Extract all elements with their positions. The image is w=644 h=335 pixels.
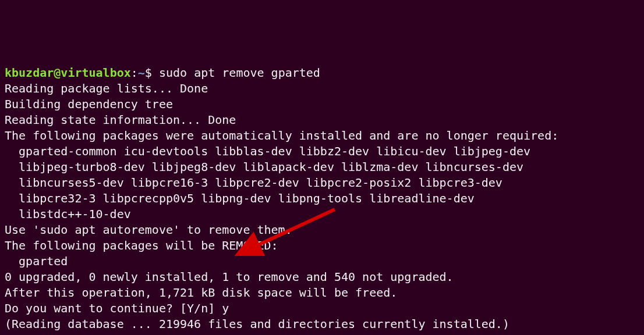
terminal-output[interactable]: kbuzdar@virtualbox:~$ sudo apt remove gp… — [5, 65, 639, 335]
output-line: Use 'sudo apt autoremove' to remove them… — [5, 223, 292, 237]
output-line: libjpeg-turbo8-dev libjpeg8-dev liblapac… — [5, 160, 523, 174]
output-line: Reading package lists... Done — [5, 81, 208, 95]
output-line: gparted — [5, 254, 68, 268]
output-line: (Reading database ... 219946 files and d… — [5, 317, 509, 331]
prompt-at: @ — [54, 66, 61, 80]
prompt-colon: : — [131, 66, 138, 80]
output-line: Removing gparted (1.0.0-0.1build1) ... — [5, 333, 271, 335]
output-line: The following packages were automaticall… — [5, 129, 558, 142]
output-line: libpcre32-3 libpcrecpp0v5 libpng-dev lib… — [5, 191, 475, 205]
output-line: The following packages will be REMOVED: — [5, 238, 278, 252]
output-line: 0 upgraded, 0 newly installed, 1 to remo… — [5, 270, 454, 284]
prompt-path: ~ — [138, 66, 145, 80]
output-line: Building dependency tree — [5, 97, 173, 111]
prompt-host: virtualbox — [61, 66, 130, 80]
output-line: gparted-common icu-devtools libblas-dev … — [5, 144, 530, 158]
command-text: sudo apt remove gparted — [159, 66, 320, 80]
output-line: Reading state information... Done — [5, 113, 236, 127]
output-line: After this operation, 1,721 kB disk spac… — [5, 286, 397, 300]
output-line: libstdc++-10-dev — [5, 207, 131, 221]
prompt-user: kbuzdar — [5, 66, 54, 80]
output-line: Do you want to continue? [Y/n] y — [5, 301, 229, 315]
prompt-dollar: $ — [145, 66, 159, 80]
output-line: libncurses5-dev libpcre16-3 libpcre2-dev… — [5, 176, 503, 190]
